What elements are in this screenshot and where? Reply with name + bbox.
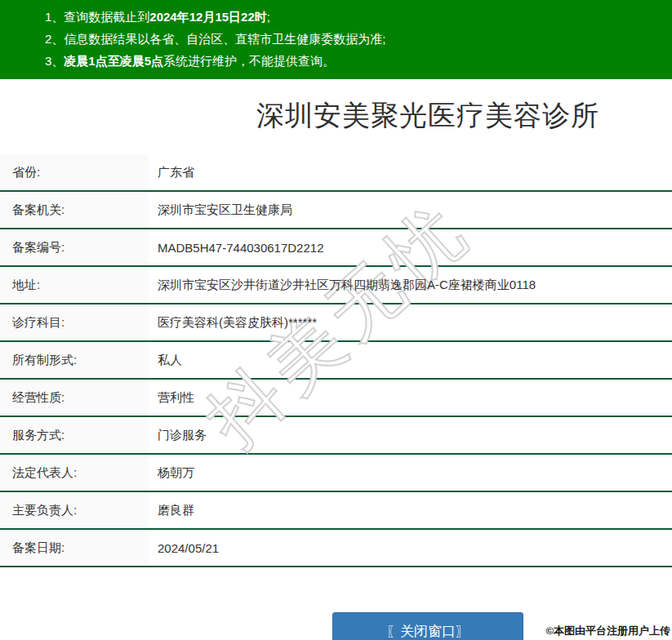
notice-line-2: 2、信息数据结果以各省、自治区、直辖市卫生健康委数据为准;	[45, 28, 672, 50]
row-label: 服务方式:	[0, 417, 149, 453]
row-value: 深圳市宝安区卫生健康局	[149, 192, 672, 228]
row-value: 医疗美容科(美容皮肤科)******	[149, 304, 672, 340]
page-title: 深圳安美聚光医疗美容诊所	[0, 97, 672, 135]
notice-line-number: 1、	[45, 10, 64, 24]
row-value: 营利性	[149, 380, 672, 416]
notice-line-3: 3、凌晨1点至凌晨5点系统进行维护，不能提供查询。	[45, 50, 672, 72]
row-label: 备案编号:	[0, 229, 149, 265]
row-label: 省份:	[0, 154, 149, 190]
row-label: 所有制形式:	[0, 342, 149, 378]
table-row-legal-representative: 法定代表人: 杨朝万	[0, 455, 672, 492]
notice-line-1: 1、查询数据截止到2024年12月15日22时;	[45, 6, 672, 28]
row-label: 备案日期:	[0, 530, 149, 566]
notice-banner: 1、查询数据截止到2024年12月15日22时; 2、信息数据结果以各省、自治区…	[0, 0, 672, 79]
notice-text: 系统进行维护，不能提供查询。	[163, 54, 335, 68]
row-label: 经营性质:	[0, 380, 149, 416]
table-row-filing-authority: 备案机关: 深圳市宝安区卫生健康局	[0, 192, 672, 229]
row-value: 广东省	[149, 154, 672, 190]
notice-text: ;	[267, 10, 270, 24]
notice-text-bold: 凌晨1点至凌晨5点	[64, 54, 163, 68]
row-label: 诊疗科目:	[0, 304, 149, 340]
table-row-ownership-form: 所有制形式: 私人	[0, 342, 672, 380]
notice-line-number: 3、	[45, 54, 64, 68]
notice-text: 查询数据截止到	[64, 10, 149, 24]
row-value: 深圳市宝安区沙井街道沙井社区万科四期翡逸郡园A-C座裙楼商业0118	[149, 267, 672, 303]
notice-text-bold: 2024年12月15日22时	[149, 10, 266, 24]
table-row-service-mode: 服务方式: 门诊服务	[0, 417, 672, 455]
notice-text: 信息数据结果以各省、自治区、直辖市卫生健康委数据为准;	[64, 32, 385, 46]
page-container: 1、查询数据截止到2024年12月15日22时; 2、信息数据结果以各省、自治区…	[0, 0, 672, 640]
notice-line-number: 2、	[45, 32, 64, 46]
close-window-button[interactable]: 〖关闭窗口〗	[332, 612, 523, 640]
row-value: 门诊服务	[149, 417, 672, 453]
info-table: 省份: 广东省 备案机关: 深圳市宝安区卫生健康局 备案编号: MADB5H47…	[0, 154, 672, 567]
row-value: MADB5H47-744030617D2212	[149, 229, 672, 265]
table-row-address: 地址: 深圳市宝安区沙井街道沙井社区万科四期翡逸郡园A-C座裙楼商业0118	[0, 267, 672, 304]
row-value: 杨朝万	[149, 455, 672, 491]
row-value: 磨良群	[149, 492, 672, 528]
row-label: 法定代表人:	[0, 455, 149, 491]
row-label: 备案机关:	[0, 192, 149, 228]
table-row-filing-number: 备案编号: MADB5H47-744030617D2212	[0, 229, 672, 267]
row-value: 2024/05/21	[149, 530, 672, 566]
table-row-province: 省份: 广东省	[0, 154, 672, 192]
row-label: 地址:	[0, 267, 149, 303]
table-row-business-nature: 经营性质: 营利性	[0, 380, 672, 417]
uploader-note: ©本图由平台注册用户上传	[545, 624, 670, 638]
row-value: 私人	[149, 342, 672, 378]
row-label: 主要负责人:	[0, 492, 149, 528]
table-row-main-person-in-charge: 主要负责人: 磨良群	[0, 492, 672, 530]
table-row-filing-date: 备案日期: 2024/05/21	[0, 530, 672, 567]
table-row-treatment-subjects: 诊疗科目: 医疗美容科(美容皮肤科)******	[0, 304, 672, 342]
